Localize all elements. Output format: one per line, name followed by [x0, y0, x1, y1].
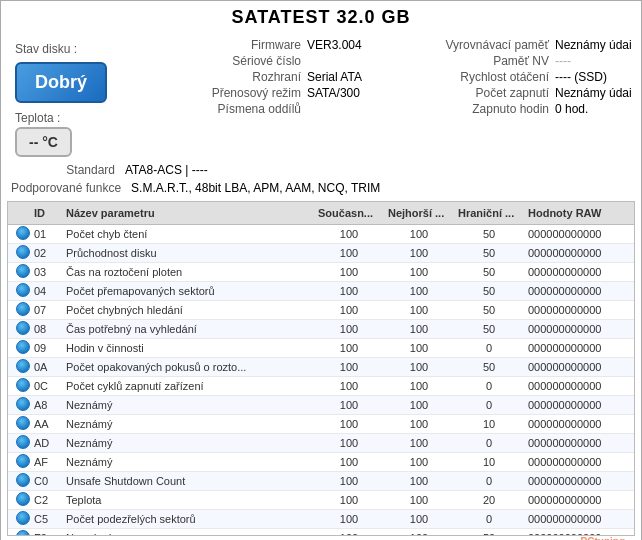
- table-row[interactable]: 0A Počet opakovaných pokusů o rozto... 1…: [8, 358, 634, 377]
- info-block: Stav disku : Dobrý Teplota : -- °C Firmw…: [1, 32, 641, 161]
- table-row[interactable]: 04 Počet přemapovaných sektorů 100 100 5…: [8, 282, 634, 301]
- table-body: 01 Počet chyb čtení 100 100 50 000000000…: [8, 225, 634, 535]
- row-raw: 000000000000: [524, 531, 634, 535]
- th-id: ID: [30, 205, 62, 221]
- supported-label: Podporované funkce: [11, 181, 127, 195]
- row-worst: 100: [384, 398, 454, 412]
- status-icon: [16, 321, 30, 335]
- row-current: 100: [314, 512, 384, 526]
- status-icon: [16, 264, 30, 278]
- row-name: Neznámý: [62, 455, 314, 469]
- row-worst: 100: [384, 379, 454, 393]
- table-row[interactable]: AD Neznámý 100 100 0 000000000000: [8, 434, 634, 453]
- supported-value: S.M.A.R.T., 48bit LBA, APM, AAM, NCQ, TR…: [131, 181, 380, 195]
- row-name: Počet podezřelých sektorů: [62, 512, 314, 526]
- row-id: AF: [30, 455, 62, 469]
- row-id: A8: [30, 398, 62, 412]
- rozhrani-label: Rozhraní: [207, 70, 307, 84]
- row-raw: 000000000000: [524, 303, 634, 317]
- row-id: C0: [30, 474, 62, 488]
- row-current: 100: [314, 246, 384, 260]
- table-row[interactable]: C0 Unsafe Shutdown Count 100 100 0 00000…: [8, 472, 634, 491]
- table-row[interactable]: F0 Neznámý 100 100 50 000000000000: [8, 529, 634, 535]
- row-raw: 000000000000: [524, 246, 634, 260]
- main-container: SATATEST 32.0 GB Stav disku : Dobrý Tepl…: [0, 0, 642, 540]
- serial-label: Sériové číslo: [207, 54, 307, 68]
- row-icon: [8, 529, 30, 535]
- table-row[interactable]: 07 Počet chybných hledání 100 100 50 000…: [8, 301, 634, 320]
- row-threshold: 0: [454, 379, 524, 393]
- row-current: 100: [314, 455, 384, 469]
- left-col: Stav disku : Dobrý Teplota : -- °C: [7, 36, 207, 161]
- mid-col: Firmware VER3.004 Sériové číslo Rozhraní…: [207, 36, 435, 161]
- table-row[interactable]: 0C Počet cyklů zapnutí zařízení 100 100 …: [8, 377, 634, 396]
- row-raw: 000000000000: [524, 379, 634, 393]
- status-icon: [16, 397, 30, 411]
- status-icon: [16, 473, 30, 487]
- row-raw: 000000000000: [524, 322, 634, 336]
- row-worst: 100: [384, 512, 454, 526]
- row-name: Počet opakovaných pokusů o rozto...: [62, 360, 314, 374]
- row-current: 100: [314, 531, 384, 535]
- row-name: Čas na roztočení ploten: [62, 265, 314, 279]
- row-threshold: 50: [454, 303, 524, 317]
- row-raw: 000000000000: [524, 398, 634, 412]
- row-name: Neznámý: [62, 398, 314, 412]
- status-icon: [16, 435, 30, 449]
- th-threshold: Hraniční ...: [454, 205, 524, 221]
- row-raw: 000000000000: [524, 417, 634, 431]
- status-icon: [16, 454, 30, 468]
- row-name: Neznámý: [62, 531, 314, 535]
- pismena-label: Písmena oddílů: [207, 102, 307, 116]
- row-icon: [8, 339, 30, 357]
- status-icon: [16, 226, 30, 240]
- good-row: Dobrý: [15, 58, 199, 107]
- row-threshold: 50: [454, 322, 524, 336]
- firmware-label: Firmware: [207, 38, 307, 52]
- row-name: Počet cyklů zapnutí zařízení: [62, 379, 314, 393]
- row-worst: 100: [384, 436, 454, 450]
- temp-val-row: -- °C: [15, 125, 199, 157]
- row-icon: [8, 415, 30, 433]
- row-current: 100: [314, 360, 384, 374]
- row-id: 03: [30, 265, 62, 279]
- row-raw: 000000000000: [524, 512, 634, 526]
- row-icon: [8, 396, 30, 414]
- table-row[interactable]: AF Neznámý 100 100 10 000000000000: [8, 453, 634, 472]
- rychlost-row: Rychlost otáčení ---- (SSD): [435, 70, 635, 84]
- table-row[interactable]: 02 Průchodnost disku 100 100 50 00000000…: [8, 244, 634, 263]
- row-id: 07: [30, 303, 62, 317]
- stav-value[interactable]: Dobrý: [15, 62, 107, 103]
- row-worst: 100: [384, 531, 454, 535]
- row-worst: 100: [384, 284, 454, 298]
- row-id: 08: [30, 322, 62, 336]
- table-row[interactable]: 09 Hodin v činnosti 100 100 0 0000000000…: [8, 339, 634, 358]
- row-raw: 000000000000: [524, 493, 634, 507]
- row-raw: 000000000000: [524, 455, 634, 469]
- pocet-zapnuti-label: Počet zapnutí: [435, 86, 555, 100]
- table-row[interactable]: AA Neznámý 100 100 10 000000000000: [8, 415, 634, 434]
- rychlost-label: Rychlost otáčení: [435, 70, 555, 84]
- table-row[interactable]: 03 Čas na roztočení ploten 100 100 50 00…: [8, 263, 634, 282]
- status-icon: [16, 283, 30, 297]
- row-id: 0C: [30, 379, 62, 393]
- row-icon: [8, 225, 30, 243]
- serial-row: Sériové číslo: [207, 54, 435, 68]
- row-worst: 100: [384, 303, 454, 317]
- table-row[interactable]: C5 Počet podezřelých sektorů 100 100 0 0…: [8, 510, 634, 529]
- row-name: Neznámý: [62, 417, 314, 431]
- row-name: Počet přemapovaných sektorů: [62, 284, 314, 298]
- rozhrani-value: Serial ATA: [307, 70, 435, 84]
- table-row[interactable]: A8 Neznámý 100 100 0 000000000000: [8, 396, 634, 415]
- row-raw: 000000000000: [524, 227, 634, 241]
- row-id: 0A: [30, 360, 62, 374]
- table-row[interactable]: 08 Čas potřebný na vyhledání 100 100 50 …: [8, 320, 634, 339]
- row-worst: 100: [384, 493, 454, 507]
- row-current: 100: [314, 341, 384, 355]
- table-row[interactable]: C2 Teplota 100 100 20 000000000000: [8, 491, 634, 510]
- table-row[interactable]: 01 Počet chyb čtení 100 100 50 000000000…: [8, 225, 634, 244]
- row-name: Průchodnost disku: [62, 246, 314, 260]
- row-threshold: 50: [454, 360, 524, 374]
- row-current: 100: [314, 322, 384, 336]
- row-worst: 100: [384, 474, 454, 488]
